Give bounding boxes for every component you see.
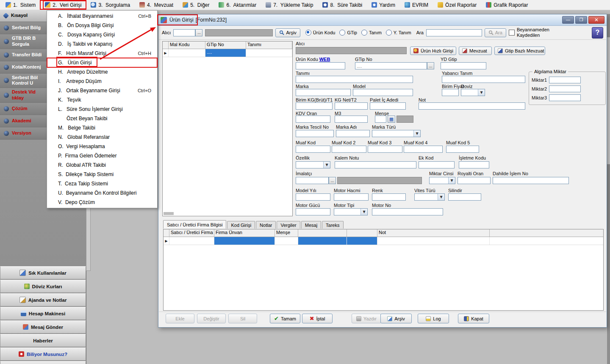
tab[interactable]: Mesaj (301, 221, 321, 229)
kalem-notu-input[interactable] (335, 161, 416, 168)
miktar3-input[interactable] (549, 94, 581, 101)
mense-lookup-button[interactable]: ▦ (388, 116, 395, 123)
menubar-item[interactable]: 6. Aktarımlar (214, 0, 261, 9)
menu-item[interactable]: N. Global Referanslar (47, 132, 157, 142)
birim-kg-input[interactable] (296, 102, 333, 110)
tab[interactable]: Tareks (322, 221, 343, 229)
menubar-item[interactable]: Grafik Raporlar (481, 0, 532, 9)
royalti-oran-input[interactable] (458, 177, 491, 184)
menubar-item[interactable]: 3. Sorgulama (86, 0, 135, 9)
menu-item[interactable]: O. Vergi Hesaplama (47, 142, 157, 151)
menubar-item[interactable]: 7. Yükleme Takip (261, 0, 318, 9)
m3-input[interactable] (335, 116, 368, 123)
sidebar-tool-button[interactable]: Ajanda ve Notlar (0, 293, 86, 306)
cell-gtip-selected[interactable]: .... (205, 49, 246, 57)
ek-kod-input[interactable] (419, 161, 455, 168)
menubar-item[interactable]: 2. Veri Girişi (40, 0, 86, 9)
yazdir-button[interactable]: Yazdır (352, 314, 381, 323)
tab[interactable]: Kod Girişi (227, 221, 255, 229)
menu-item[interactable]: P. Firma Gelen Ödemeler (47, 151, 157, 160)
menu-item[interactable]: F. Hızlı Masraf Girişi Ctrl+H (47, 49, 157, 58)
yd-gtip-input[interactable] (441, 62, 486, 69)
sidebar-tool-button[interactable]: Biliyor Musunuz? (0, 347, 86, 361)
vites-turu-combo[interactable]: ▼ (414, 193, 445, 201)
menubar-item[interactable]: 1. Sistem (1, 0, 40, 9)
tab[interactable]: Notlar (256, 221, 276, 229)
main-scrollbar[interactable] (607, 14, 610, 364)
menu-item[interactable]: D. İş Takibi ve Kapanış (47, 39, 157, 49)
not-input[interactable] (419, 102, 525, 110)
search-mode-radio[interactable]: Ürün Kodu (305, 30, 336, 36)
column-header[interactable]: Satıcı / Üretici Firma (169, 229, 214, 237)
minimize-button[interactable]: — (562, 16, 574, 24)
column-header[interactable] (298, 229, 347, 237)
muaf-kod4-input[interactable] (404, 146, 443, 153)
motor-tipi-combo[interactable]: ▼ (334, 208, 368, 215)
dahilde-islem-input[interactable] (493, 177, 569, 184)
ozellik-combo[interactable]: ▼ (296, 161, 330, 168)
menu-item[interactable]: M. Belge Takibi (47, 123, 157, 132)
miktar1-input[interactable] (549, 77, 581, 83)
column-header[interactable]: Tanımı (246, 41, 292, 49)
menu-item[interactable]: S. Dilekçe Takip Sistemi (47, 170, 157, 179)
column-header[interactable]: Not (377, 229, 490, 237)
search-mode-radio[interactable]: GTip (339, 30, 357, 36)
menu-item[interactable]: R. Global ATR Takibi (47, 160, 157, 170)
beyannameden-checkbox[interactable]: Beyannameden Kaydedilen (509, 27, 554, 38)
search-mode-radio[interactable]: Tanım (361, 30, 382, 36)
menu-item[interactable]: J. Ortak Beyanname Girişi Ctrl+O (47, 86, 157, 95)
menu-item[interactable]: H. Antrepo Düzeltme (47, 67, 157, 77)
sil-button[interactable]: Sil (228, 314, 257, 323)
menubar-item[interactable]: EVRIM (400, 0, 433, 9)
menubar-item[interactable]: Yardım (367, 0, 400, 9)
ara-input[interactable] (426, 29, 482, 36)
menubar-item[interactable]: 4. Mevzuat (135, 0, 178, 9)
sidebar-tool-button[interactable]: Döviz Kurları (0, 280, 86, 293)
column-header[interactable]: GTip No (205, 41, 246, 49)
gtip-bazli-mevzuat-button[interactable]: Gtip Bazlı Mevzuat (494, 47, 545, 55)
column-header[interactable] (347, 229, 377, 237)
menu-item[interactable]: I. Antrepo Düşüm (47, 77, 157, 86)
sidebar-tool-button[interactable]: Hesap Makinesi (0, 307, 86, 320)
miktar2-input[interactable] (549, 85, 581, 92)
column-header[interactable]: Mal Kodu (169, 41, 205, 49)
cell-mense[interactable] (275, 237, 298, 245)
muaf-kod5-input[interactable] (446, 146, 479, 153)
tab[interactable]: Vergiler (277, 221, 300, 229)
sidebar-tool-button[interactable]: Haberler (0, 334, 86, 347)
menu-item[interactable]: T. Ceza Takip Sistemi (47, 179, 157, 188)
ara-button[interactable]: Ara (485, 28, 506, 37)
imalatci-lookup-button[interactable]: ... (329, 177, 336, 184)
log-button[interactable]: Log (418, 314, 449, 323)
alici-input[interactable] (173, 29, 195, 36)
menu-item[interactable]: L. Süre Sonu İşlemler Girişi (47, 105, 157, 114)
arsiv-toolbar-button[interactable]: Arşiv (275, 28, 300, 37)
alici-lookup-button[interactable]: ... (195, 29, 202, 36)
muaf-kod3-input[interactable] (368, 146, 402, 153)
menu-item[interactable]: B. Ön Dosya Bilgi Girişi (47, 21, 157, 30)
model-input[interactable] (353, 89, 413, 96)
model-yili-input[interactable] (296, 193, 330, 201)
sidebar-tool-button[interactable]: Mesaj Gönder (0, 320, 86, 334)
doviz-combo[interactable]: ▼ (461, 89, 485, 96)
menubar-item[interactable]: Özel Raporlar (433, 0, 481, 9)
sidebar-tool-button[interactable]: Sık Kullanılanlar (0, 266, 86, 279)
menu-item[interactable]: U. Beyanname Ön Kontrol Bilgileri (47, 188, 157, 198)
sidebar-tool-button[interactable]: Çözüm Havuzu (0, 361, 86, 364)
gtip-no-input[interactable] (355, 62, 427, 69)
maximize-button[interactable]: ❐ (575, 16, 587, 24)
cell-selected[interactable] (347, 237, 377, 245)
imalatci-input[interactable] (296, 177, 329, 184)
menu-item[interactable]: Özet Beyan Takibi (47, 114, 157, 123)
marka-turu-combo[interactable]: ▼ (372, 130, 421, 137)
menubar-item[interactable]: 8. Süre Takibi (318, 0, 367, 9)
renk-input[interactable] (372, 193, 406, 201)
menu-item[interactable]: A. İthalat Beyannamesi Ctrl+B (47, 11, 157, 21)
miktar-cinsi-combo[interactable]: ▼ (429, 177, 455, 184)
marka-tescil-input[interactable] (296, 130, 334, 137)
silindir-input[interactable] (448, 193, 481, 201)
window-titlebar[interactable]: Ürün Girişi [FormNo:232] — ❐ ✕ (158, 14, 607, 26)
yabanci-tanim-input[interactable] (442, 76, 525, 83)
menubar-item[interactable]: 5. Diğer (178, 0, 214, 9)
birim-fiyat-input[interactable] (442, 89, 459, 96)
